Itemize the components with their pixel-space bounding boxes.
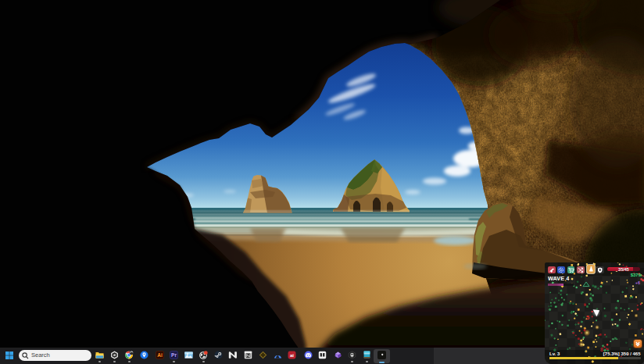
svg-text:Pr: Pr [171,352,177,358]
svg-text:5: 5 [586,314,589,321]
svg-text:ai: ai [290,353,294,358]
svg-text:Ai: Ai [157,352,163,358]
